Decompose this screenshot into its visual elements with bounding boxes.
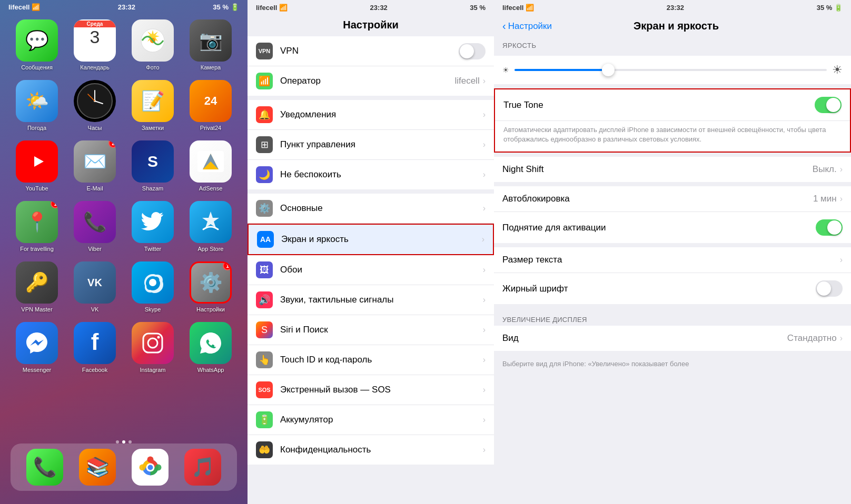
- app-maps-badge: 1: [51, 201, 58, 208]
- display-panel: lifecell 📶 23:32 35 % 🔋 ‹ Настройки Экра…: [494, 0, 851, 504]
- app-photos[interactable]: Фото: [126, 19, 179, 70]
- night-shift-label: Night Shift: [502, 164, 813, 175]
- dock-books[interactable]: 📚: [79, 449, 116, 486]
- app-viber[interactable]: 📞 Viber: [68, 201, 121, 252]
- wallpaper-icon: 🖼: [256, 261, 273, 278]
- app-privat24-icon: 24: [190, 80, 232, 122]
- vpn-toggle[interactable]: [459, 43, 486, 59]
- app-calendar-label: Календарь: [80, 64, 110, 70]
- settings-row-notifications[interactable]: 🔔 Уведомления ›: [248, 100, 494, 130]
- app-whatsapp-label: WhatsApp: [197, 367, 224, 373]
- zoom-row[interactable]: Вид Стандартно ›: [494, 326, 851, 351]
- app-privat24-label: Privat24: [200, 125, 221, 131]
- app-clock[interactable]: Часы: [68, 80, 121, 131]
- battery-chevron: ›: [483, 415, 486, 425]
- battery-pct: 35 %: [213, 3, 229, 11]
- app-appstore-icon: [190, 201, 232, 243]
- app-vpnmaster-label: VPN Master: [21, 306, 52, 313]
- app-twitter[interactable]: Twitter: [126, 201, 179, 252]
- app-notes-icon: 📝: [132, 80, 174, 122]
- app-instagram[interactable]: Instagram: [126, 322, 179, 373]
- text-size-row[interactable]: Размер текста ›: [494, 247, 851, 273]
- settings-row-privacy[interactable]: 🤲 Конфиденциальность ›: [248, 435, 494, 465]
- display-time: 23:32: [667, 4, 684, 12]
- truetone-toggle[interactable]: [815, 97, 842, 113]
- dock-chrome[interactable]: [132, 449, 169, 486]
- zoom-desc: Выберите вид для iPhone: «Увеличено» пок…: [494, 355, 851, 373]
- sounds-icon: 🔊: [256, 291, 273, 308]
- settings-main-section: ⚙️ Основные › AA Экран и яркость › 🖼 Обо…: [248, 194, 494, 465]
- settings-row-sounds[interactable]: 🔊 Звуки, тактильные сигналы ›: [248, 285, 494, 315]
- settings-row-wallpaper[interactable]: 🖼 Обои ›: [248, 255, 494, 285]
- general-chevron: ›: [483, 204, 486, 213]
- back-label: Настройки: [508, 21, 552, 32]
- raise-toggle[interactable]: [816, 219, 843, 236]
- dock-music[interactable]: 🎵: [184, 449, 221, 486]
- svg-point-12: [149, 279, 156, 286]
- app-adsense[interactable]: AdSense: [184, 140, 237, 191]
- brightness-track[interactable]: [514, 69, 827, 71]
- app-maps[interactable]: 📍 1 For travelling: [11, 201, 63, 252]
- bold-toggle[interactable]: [816, 280, 843, 297]
- app-email[interactable]: ✉️ 2 E-Mail: [68, 140, 121, 191]
- app-messenger[interactable]: Messenger: [11, 322, 63, 373]
- siri-chevron: ›: [483, 325, 486, 335]
- display-page-title: Экран и яркость: [552, 20, 800, 32]
- app-facebook[interactable]: f Facebook: [68, 322, 121, 373]
- sos-label: Экстренный вызов — SOS: [280, 385, 483, 395]
- autolock-row[interactable]: Автоблокировка 1 мин ›: [494, 186, 851, 212]
- app-settings-home[interactable]: ⚙️ 1 Настройки: [184, 261, 237, 313]
- wallpaper-chevron: ›: [483, 265, 486, 275]
- app-youtube[interactable]: YouTube: [11, 140, 63, 191]
- display-battery: 35 % 🔋: [817, 4, 843, 12]
- settings-row-siri[interactable]: S Siri и Поиск ›: [248, 315, 494, 345]
- settings-row-dnd[interactable]: 🌙 Не беспокоить ›: [248, 160, 494, 189]
- app-adsense-icon: [190, 140, 232, 183]
- app-camera-icon: 📷: [190, 19, 232, 62]
- brightness-thumb[interactable]: [602, 64, 615, 76]
- app-photos-icon: [132, 19, 174, 62]
- display-nav-bar: ‹ Настройки Экран и яркость: [494, 15, 851, 37]
- app-instagram-icon: [132, 322, 174, 364]
- app-notes[interactable]: 📝 Заметки: [126, 80, 179, 131]
- settings-row-operator[interactable]: 📶 Оператор lifecell ›: [248, 66, 494, 96]
- night-shift-row[interactable]: Night Shift Выкл. ›: [494, 157, 851, 182]
- app-messages[interactable]: 💬 Сообщения: [11, 19, 63, 70]
- app-facebook-icon: f: [74, 322, 116, 364]
- app-skype[interactable]: Skype: [126, 261, 179, 313]
- settings-status-bar: lifecell 📶 23:32 35 %: [248, 0, 494, 15]
- app-skype-icon: [132, 261, 174, 304]
- sounds-label: Звуки, тактильные сигналы: [280, 295, 483, 305]
- settings-row-sos[interactable]: SOS Экстренный вызов — SOS ›: [248, 375, 494, 405]
- settings-row-control[interactable]: ⊞ Пункт управления ›: [248, 130, 494, 160]
- app-privat24[interactable]: 24 Privat24: [184, 80, 237, 131]
- settings-row-touchid[interactable]: 👆 Touch ID и код-пароль ›: [248, 345, 494, 375]
- app-youtube-icon: [16, 140, 58, 183]
- brightness-low-icon: ☀: [502, 66, 509, 74]
- privacy-chevron: ›: [483, 445, 486, 455]
- app-weather[interactable]: 🌤️ Погода: [11, 80, 63, 131]
- app-calendar[interactable]: Среда 3 Календарь: [68, 19, 121, 70]
- app-vpnmaster[interactable]: 🔑 VPN Master: [11, 261, 63, 313]
- app-vk[interactable]: VK VK: [68, 261, 121, 313]
- app-email-badge: 2: [108, 140, 116, 148]
- back-button[interactable]: ‹ Настройки: [502, 20, 552, 32]
- app-notes-label: Заметки: [142, 125, 164, 131]
- settings-row-vpn[interactable]: VPN VPN: [248, 36, 494, 66]
- dock-phone-icon: 📞: [26, 449, 63, 486]
- settings-row-battery[interactable]: 🔋 Аккумулятор ›: [248, 405, 494, 435]
- app-appstore[interactable]: App Store: [184, 201, 237, 252]
- zoom-value: Стандартно: [787, 333, 837, 344]
- settings-row-display[interactable]: AA Экран и яркость ›: [248, 224, 494, 255]
- app-whatsapp[interactable]: WhatsApp: [184, 322, 237, 373]
- app-shazam[interactable]: S Shazam: [126, 140, 179, 191]
- app-calendar-icon: Среда 3: [74, 19, 116, 62]
- wallpaper-label: Обои: [280, 265, 483, 275]
- app-camera[interactable]: 📷 Камера: [184, 19, 237, 70]
- svg-point-21: [139, 464, 145, 470]
- display-status-bar: lifecell 📶 23:32 35 % 🔋: [494, 0, 851, 15]
- dock-phone[interactable]: 📞: [26, 449, 63, 486]
- settings-row-general[interactable]: ⚙️ Основные ›: [248, 194, 494, 224]
- truetone-section: True Tone Автоматически адаптировать дис…: [494, 88, 851, 153]
- app-skype-label: Skype: [145, 306, 161, 313]
